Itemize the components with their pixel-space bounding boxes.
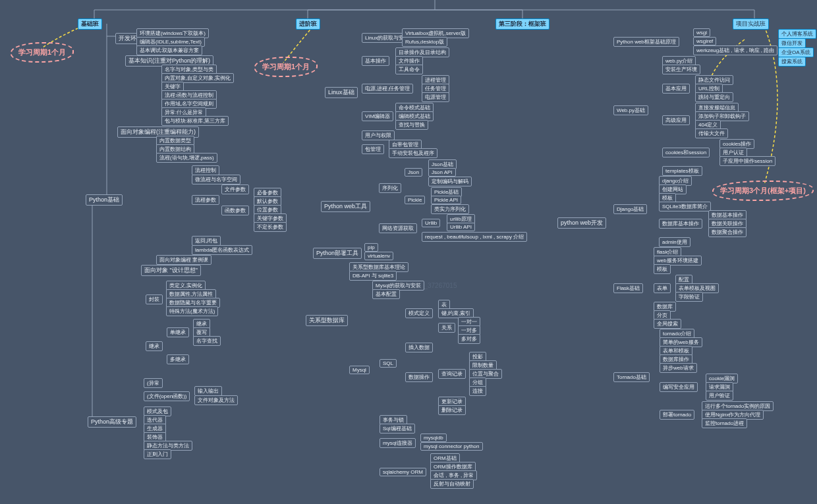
n: Flask基础: [613, 283, 643, 293]
n: wsgiref: [693, 37, 716, 45]
n: 用户验证: [706, 391, 733, 401]
n: Django基础: [613, 204, 647, 214]
n: lambda匿名函数表达式: [192, 245, 252, 255]
n: Rufus,desktop版: [402, 37, 447, 47]
n: 查询记录: [438, 369, 466, 379]
n: Urllib: [422, 219, 440, 227]
n: 编写安全应用: [660, 382, 698, 392]
n: 流程参数: [192, 195, 219, 205]
n: Python基础: [86, 194, 123, 206]
n: DB-API 与 sqlite3: [349, 271, 397, 281]
n: pip: [364, 243, 378, 252]
n: 表单: [654, 283, 671, 293]
n: 监控tornado进程: [702, 418, 747, 428]
header-basic: 基础班: [78, 18, 102, 30]
n: 工具命令: [395, 65, 423, 74]
n: 继承: [146, 341, 163, 351]
n: 序列化: [379, 183, 401, 193]
n: 手动安装包及程序: [389, 148, 437, 158]
n: 数据操作: [405, 372, 433, 382]
n: 字段验证: [675, 292, 703, 302]
n: 微流程与名字空间: [192, 175, 240, 184]
n: Linux基础: [325, 87, 358, 98]
n: 正则入门: [144, 449, 171, 459]
n: 安装生产环境: [662, 65, 700, 74]
n: templates模板: [662, 166, 702, 176]
n: mysqldb: [420, 434, 447, 442]
n: 面向对象 "设计思想": [141, 265, 201, 276]
n: Tornado基础: [613, 372, 650, 382]
n: 电源管理: [422, 92, 449, 102]
n: 类实力序列化: [431, 204, 469, 214]
n: 基本调试:双版本兼容方案: [136, 45, 202, 55]
n: Python高级专题: [88, 416, 136, 428]
n: sqlalchemy ORM: [380, 468, 426, 476]
n: Pickle: [405, 196, 425, 204]
n: 特殊方法(魔术方法): [166, 306, 218, 316]
n: Sql编程基础: [380, 424, 415, 434]
n: 不定长参数: [254, 222, 287, 232]
n: request , beautifulsoup , lxml , scrapy …: [422, 232, 527, 242]
n: 流程控制: [192, 165, 219, 175]
n: mysql connector python: [420, 442, 483, 451]
proj-oa: 企业OA系统: [778, 47, 814, 57]
n: 多对多: [458, 334, 480, 344]
n: 文件参数: [221, 184, 249, 194]
n: 定制编码与解码: [428, 177, 472, 186]
n: 模板: [654, 264, 671, 274]
n: 传输大文件: [695, 128, 728, 138]
n: Json: [405, 168, 422, 177]
n: 网络资源获取: [379, 223, 417, 233]
n: virtualenv: [364, 252, 393, 260]
n: 跳转与重定向: [695, 92, 733, 102]
n: 关系: [438, 323, 455, 333]
n: 关系型数据库: [306, 315, 348, 326]
n: 高级应用: [662, 115, 690, 125]
n: 包管理: [362, 144, 384, 154]
n: 名字查找: [193, 336, 221, 346]
n: 数据库基本操作: [659, 219, 702, 229]
n: 异步web请求: [660, 363, 697, 373]
n: 基本配置: [372, 289, 400, 299]
n: 连接: [469, 386, 486, 396]
n: VIM编辑器: [362, 111, 393, 121]
n: 子应用中操作session: [719, 156, 775, 166]
n: 封装: [146, 294, 163, 304]
n: Urllib API: [447, 223, 475, 231]
n: (异常: [144, 378, 163, 388]
n: wsgi: [693, 28, 710, 37]
n: 单继承: [167, 327, 189, 337]
n: (文件(open函数)): [144, 391, 190, 401]
n: 用户与权限: [362, 130, 395, 140]
cloud-period-3: 学习周期3个月(框架+项目): [715, 183, 811, 198]
n: werkzeug基础 , 请求 , 响应 , 路由: [693, 45, 777, 55]
n: 电源,进程,任务管理: [362, 84, 413, 94]
n: 模式定义: [405, 308, 433, 318]
n: 反射与自动映射: [430, 479, 474, 489]
proj-blog: 个人博客系统: [778, 29, 816, 39]
header-advanced: 进阶班: [296, 18, 320, 30]
n: Python web框架基础原理: [613, 37, 679, 47]
n: 全局搜索: [654, 319, 681, 329]
n: python web开发: [557, 217, 606, 229]
n: Python web工具: [321, 201, 370, 212]
proj-wechat: 微信开发: [778, 38, 806, 48]
n: Mysql: [349, 366, 370, 374]
n: 查找与替换: [395, 120, 428, 130]
n: 返回,闭包: [192, 236, 221, 246]
n: 输入输出: [194, 386, 222, 396]
n: mysql连接器: [380, 438, 416, 448]
n: Json API: [428, 168, 456, 177]
n: 多继承: [167, 354, 189, 364]
n: 文件对象及方法: [194, 395, 238, 405]
n: Web.py基础: [613, 105, 648, 115]
n: Python部署工具: [313, 248, 362, 259]
n: 基本应用: [662, 84, 690, 94]
n: 面向对象编程 案例课: [156, 255, 211, 265]
n: SQLite3数据库简介: [659, 202, 711, 211]
n: 流程(语句块,增逻,pass): [156, 153, 217, 163]
n: 插入数据: [405, 343, 433, 352]
n: SQL: [380, 359, 397, 368]
n: 基本操作: [362, 56, 389, 66]
n: 部署tornado: [660, 410, 694, 420]
